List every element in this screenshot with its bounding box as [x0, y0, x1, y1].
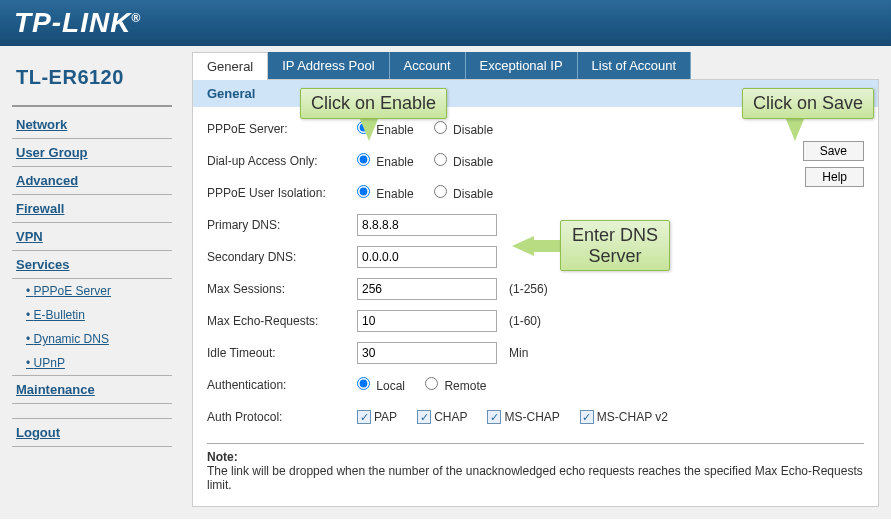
hint-max-echo: (1-60)	[509, 314, 541, 328]
radio-dialup-disable[interactable]: Disable	[434, 153, 493, 169]
hint-idle-timeout: Min	[509, 346, 528, 360]
sidebar-item-user-group[interactable]: User Group	[12, 139, 172, 167]
input-max-sessions[interactable]	[357, 278, 497, 300]
main-container: TL-ER6120 Network User Group Advanced Fi…	[0, 46, 891, 519]
checkbox-pap[interactable]: ✓PAP	[357, 410, 397, 425]
label-max-echo: Max Echo-Requests:	[207, 314, 357, 328]
row-idle-timeout: Idle Timeout: Min	[207, 341, 774, 365]
callout-dns: Enter DNS Server	[560, 220, 670, 271]
sidebar-item-advanced[interactable]: Advanced	[12, 167, 172, 195]
label-pppoe-server: PPPoE Server:	[207, 122, 357, 136]
settings-panel: General PPPoE Server: Enable Disable Dia…	[192, 79, 879, 507]
row-max-sessions: Max Sessions: (1-256)	[207, 277, 774, 301]
form-fields: PPPoE Server: Enable Disable Dial-up Acc…	[207, 117, 774, 437]
label-secondary-dns: Secondary DNS:	[207, 250, 357, 264]
sidebar-sub-dynamic-dns[interactable]: Dynamic DNS	[12, 327, 172, 351]
note-text: The link will be dropped when the number…	[207, 464, 864, 492]
callout-enable: Click on Enable	[300, 88, 447, 119]
checkbox-ms-chap[interactable]: ✓MS-CHAP	[487, 410, 559, 425]
sidebar-sub-e-bulletin[interactable]: E-Bulletin	[12, 303, 172, 327]
row-secondary-dns: Secondary DNS:	[207, 245, 774, 269]
row-primary-dns: Primary DNS:	[207, 213, 774, 237]
radio-isolation-disable[interactable]: Disable	[434, 185, 493, 201]
help-button[interactable]: Help	[805, 167, 864, 187]
arrow-enable-icon	[360, 119, 378, 141]
row-authentication: Authentication: Local Remote	[207, 373, 774, 397]
label-authentication: Authentication:	[207, 378, 357, 392]
input-primary-dns[interactable]	[357, 214, 497, 236]
tab-ip-address-pool[interactable]: IP Address Pool	[268, 52, 389, 80]
tab-exceptional-ip[interactable]: Exceptional IP	[466, 52, 578, 80]
row-max-echo: Max Echo-Requests: (1-60)	[207, 309, 774, 333]
label-isolation: PPPoE User Isolation:	[207, 186, 357, 200]
checkbox-chap[interactable]: ✓CHAP	[417, 410, 467, 425]
model-number: TL-ER6120	[12, 56, 180, 105]
sidebar-item-firewall[interactable]: Firewall	[12, 195, 172, 223]
label-dialup: Dial-up Access Only:	[207, 154, 357, 168]
action-buttons: Save Help	[774, 117, 864, 437]
row-isolation: PPPoE User Isolation: Enable Disable	[207, 181, 774, 205]
input-secondary-dns[interactable]	[357, 246, 497, 268]
sidebar-sub-pppoe-server[interactable]: PPPoE Server	[12, 279, 172, 303]
hint-max-sessions: (1-256)	[509, 282, 548, 296]
tab-account[interactable]: Account	[390, 52, 466, 80]
tab-bar: General IP Address Pool Account Exceptio…	[192, 52, 879, 80]
callout-save: Click on Save	[742, 88, 874, 119]
radio-auth-local[interactable]: Local	[357, 377, 405, 393]
save-button[interactable]: Save	[803, 141, 864, 161]
tab-list-of-account[interactable]: List of Account	[578, 52, 692, 80]
tab-general[interactable]: General	[192, 52, 268, 80]
sidebar-item-maintenance[interactable]: Maintenance	[12, 375, 172, 404]
label-primary-dns: Primary DNS:	[207, 218, 357, 232]
note-block: Note: The link will be dropped when the …	[193, 450, 878, 492]
sidebar-item-network[interactable]: Network	[12, 111, 172, 139]
note-divider	[207, 443, 864, 444]
label-max-sessions: Max Sessions:	[207, 282, 357, 296]
arrow-save-icon	[786, 119, 804, 141]
input-max-echo[interactable]	[357, 310, 497, 332]
radio-auth-remote[interactable]: Remote	[425, 377, 486, 393]
app-header: TP-LINK®	[0, 0, 891, 46]
radio-isolation-enable[interactable]: Enable	[357, 185, 414, 201]
sidebar-item-services[interactable]: Services	[12, 251, 172, 279]
input-idle-timeout[interactable]	[357, 342, 497, 364]
note-title: Note:	[207, 450, 864, 464]
sidebar: TL-ER6120 Network User Group Advanced Fi…	[0, 46, 180, 519]
row-auth-protocol: Auth Protocol: ✓PAP ✓CHAP ✓MS-CHAP ✓MS-C…	[207, 405, 774, 429]
sidebar-divider	[12, 105, 172, 107]
row-dialup: Dial-up Access Only: Enable Disable	[207, 149, 774, 173]
sidebar-sub-upnp[interactable]: UPnP	[12, 351, 172, 375]
radio-pppoe-disable[interactable]: Disable	[434, 121, 493, 137]
checkbox-ms-chap-v2[interactable]: ✓MS-CHAP v2	[580, 410, 668, 425]
label-idle-timeout: Idle Timeout:	[207, 346, 357, 360]
radio-dialup-enable[interactable]: Enable	[357, 153, 414, 169]
row-pppoe-server: PPPoE Server: Enable Disable	[207, 117, 774, 141]
arrow-dns-icon	[512, 236, 562, 256]
label-auth-protocol: Auth Protocol:	[207, 410, 357, 424]
brand-logo: TP-LINK®	[14, 7, 141, 39]
main-panel: General IP Address Pool Account Exceptio…	[180, 46, 891, 519]
sidebar-item-vpn[interactable]: VPN	[12, 223, 172, 251]
sidebar-item-logout[interactable]: Logout	[12, 418, 172, 447]
